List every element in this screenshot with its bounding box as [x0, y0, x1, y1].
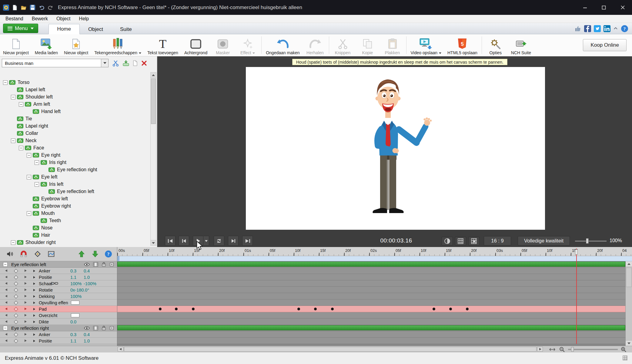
prev-keyframe-button[interactable]: [4, 294, 8, 298]
new-doc-icon[interactable]: [12, 5, 18, 11]
toolbar-html5-opslaan[interactable]: 5HTML5 opslaan: [444, 35, 480, 55]
property-row-anker[interactable]: Anker0.30.4: [0, 268, 117, 274]
next-keyframe-button[interactable]: [23, 269, 28, 273]
lock-icon[interactable]: [102, 262, 106, 267]
tree-item-eye-right[interactable]: Eye right: [0, 152, 150, 159]
scroll-down-button[interactable]: [626, 340, 632, 346]
next-keyframe-button[interactable]: [23, 307, 28, 311]
property-value[interactable]: 0.4: [84, 332, 90, 337]
arrow-up-icon[interactable]: [78, 250, 85, 258]
graph-icon[interactable]: [48, 251, 55, 257]
tree-item-iris-left[interactable]: Iris left: [0, 181, 150, 188]
expander-icon[interactable]: [33, 321, 35, 323]
collapse-box-icon[interactable]: [11, 95, 15, 99]
add-keyframe-button[interactable]: [14, 300, 18, 305]
tab-suite[interactable]: Suite: [112, 25, 140, 34]
property-value[interactable]: 0.0: [70, 319, 76, 324]
keyframe-dot[interactable]: [466, 308, 469, 310]
collapse-box-icon[interactable]: [11, 240, 15, 245]
track-duration-bar[interactable]: [117, 261, 625, 268]
scroll-down-button[interactable]: [151, 240, 156, 245]
arrow-down-icon[interactable]: [92, 250, 99, 258]
tree-item-eyebrow-right[interactable]: Eyebrow right: [0, 202, 150, 210]
expander-icon[interactable]: [33, 289, 35, 291]
work-area-bar[interactable]: [117, 256, 632, 261]
timeline-vscrollbar[interactable]: [625, 261, 632, 346]
collapse-box-icon[interactable]: [27, 211, 31, 216]
keyframe-dot[interactable]: [192, 308, 195, 310]
keyframe-dot[interactable]: [297, 308, 300, 310]
magnet-icon[interactable]: [20, 251, 27, 257]
tree-item-iris-right[interactable]: Iris right: [0, 159, 150, 166]
like-icon[interactable]: [574, 25, 581, 32]
property-lane[interactable]: [117, 293, 625, 299]
property-row-pad[interactable]: Pad: [0, 306, 117, 312]
chevron-up-icon[interactable]: [613, 26, 618, 31]
box-icon[interactable]: [109, 262, 114, 267]
timeline-zoom-out-icon[interactable]: [559, 347, 565, 352]
collapse-box-icon[interactable]: [3, 262, 8, 267]
twitter-icon[interactable]: [594, 25, 601, 32]
collapse-box-icon[interactable]: [27, 175, 31, 179]
property-value[interactable]: 1.0: [84, 275, 90, 280]
property-lane[interactable]: [117, 338, 625, 344]
property-lane[interactable]: [117, 274, 625, 280]
property-value[interactable]: 0.3: [70, 269, 76, 273]
prev-keyframe-button[interactable]: [4, 269, 8, 273]
property-row-rotatie[interactable]: Rotatie0x-180.0°: [0, 287, 117, 293]
help-icon[interactable]: ?: [105, 250, 112, 258]
expander-icon[interactable]: [33, 308, 35, 310]
tree-item-hand-left[interactable]: Hand left: [0, 108, 150, 115]
grid-icon[interactable]: [455, 237, 466, 245]
collapse-box-icon[interactable]: [35, 182, 39, 187]
timeline-lanes[interactable]: [117, 261, 625, 346]
film-icon[interactable]: [93, 262, 98, 267]
toolbar-ongedaan-maken[interactable]: Ongedaan maken: [263, 35, 303, 55]
expander-icon[interactable]: [33, 314, 35, 317]
property-row-positie[interactable]: Positie1.11.0: [0, 274, 117, 280]
property-value[interactable]: 1.1: [70, 339, 76, 343]
tree-item-tie[interactable]: Tie: [0, 115, 150, 122]
tab-object[interactable]: Object: [80, 25, 112, 34]
play-options-button[interactable]: [203, 236, 209, 246]
tree-item-shoulder-left[interactable]: Shoulder left: [0, 93, 150, 101]
add-keyframe-button[interactable]: [14, 281, 18, 286]
add-keyframe-button[interactable]: [14, 269, 18, 273]
next-keyframe-button[interactable]: [23, 313, 28, 317]
next-keyframe-button[interactable]: [23, 332, 28, 336]
timeline-zoom-slider-thumb[interactable]: [571, 347, 574, 352]
expander-icon[interactable]: [33, 340, 35, 342]
scroll-up-button[interactable]: [626, 261, 632, 267]
keyframe-dot[interactable]: [314, 308, 317, 310]
tree-item-collar[interactable]: Collar: [0, 130, 150, 137]
property-lane[interactable]: [117, 319, 625, 325]
track-bar[interactable]: [117, 262, 625, 267]
tab-home[interactable]: Home: [48, 24, 80, 34]
expander-icon[interactable]: [33, 276, 35, 279]
property-value[interactable]: 100%: [70, 281, 82, 286]
prev-keyframe-button[interactable]: [4, 281, 8, 286]
save-icon[interactable]: [30, 5, 35, 10]
property-row-overzicht[interactable]: Overzicht: [0, 312, 117, 319]
help-icon[interactable]: ?: [621, 25, 628, 32]
property-row-positie[interactable]: Positie1.11.0: [0, 338, 117, 344]
keyframe-dot[interactable]: [449, 308, 452, 310]
collapse-box-icon[interactable]: [27, 153, 31, 158]
toolbar-opties[interactable]: Opties: [483, 35, 508, 55]
skip-start-button[interactable]: [165, 236, 176, 246]
property-row-opvulling-effen[interactable]: Opvulling effen: [0, 299, 117, 306]
property-lane[interactable]: [117, 331, 625, 338]
property-row-dekking[interactable]: Dekking100%: [0, 293, 117, 299]
property-value[interactable]: 0.4: [84, 269, 90, 273]
collapse-box-icon[interactable]: [19, 102, 23, 107]
tree-item-shoulder-right[interactable]: Shoulder right: [0, 239, 150, 246]
next-keyframe-button[interactable]: [23, 294, 28, 298]
snap-icon[interactable]: [468, 237, 480, 245]
toolbar-nieuw-project[interactable]: Nieuw project: [0, 35, 32, 55]
new-comp-icon[interactable]: [132, 60, 138, 66]
tree-item-eyebrow-left[interactable]: Eyebrow left: [0, 195, 150, 202]
tree-item-neck[interactable]: Neck: [0, 137, 150, 144]
color-swatch[interactable]: [71, 313, 79, 317]
next-keyframe-button[interactable]: [23, 288, 28, 292]
next-frame-button[interactable]: [228, 236, 239, 246]
